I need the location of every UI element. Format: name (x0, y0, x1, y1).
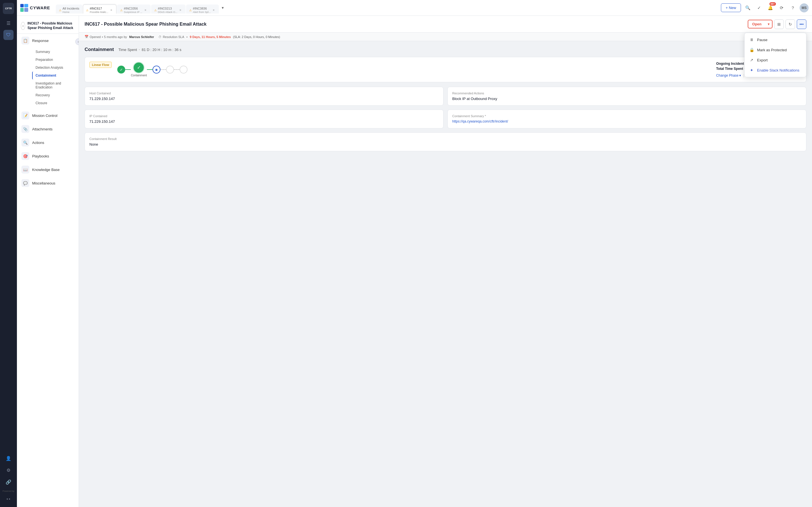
flow-node-1-wrap: ✓ (117, 66, 125, 73)
nav-response[interactable]: 📋 Response (17, 34, 79, 47)
tasks-button[interactable]: ✓ (755, 3, 763, 12)
nav-sidebar: ‹ INC617 - Possible Malicious Spear Phis… (17, 16, 79, 507)
lock-icon: 🔒 (749, 48, 754, 52)
nav-investigation[interactable]: Investigation and Eradication (32, 79, 77, 91)
sla-value: 9 Days, 11 Hours, 5 Minutes (190, 35, 231, 39)
nav-recovery[interactable]: Recovery (32, 91, 77, 99)
refresh-button[interactable]: ↻ (785, 19, 795, 29)
nav-playbooks-label: Playbooks (32, 154, 49, 158)
tab-warning-icon: ⚠ (59, 9, 61, 12)
sla-meta: ⏱ Resolution SLA • 9 Days, 11 Hours, 5 M… (158, 35, 280, 39)
sidebar-user-icon[interactable]: 👤 (3, 453, 13, 463)
notifications-button[interactable]: 🔔 99+ (766, 3, 775, 12)
tab-inc617-close[interactable]: ✕ (109, 8, 113, 12)
nav-knowledge-base-label: Knowledge Base (32, 168, 60, 172)
flow-node-label: Containment (131, 74, 147, 77)
flow-node-3: ◉ (153, 66, 160, 73)
dropdown-pause[interactable]: ⏸ Pause (745, 35, 806, 45)
nav-response-label: Response (32, 39, 49, 43)
flow-node-5 (180, 66, 188, 73)
grid-view-button[interactable]: ⊞ (774, 19, 784, 29)
tab-inc0213[interactable]: ⚠ #INC0213DDoS Attack O... ✕ (151, 4, 186, 13)
svg-rect-0 (20, 4, 24, 7)
nav-mission-control[interactable]: 📝 Mission Control (17, 109, 79, 122)
knowledge-base-icon: 📖 (21, 166, 29, 173)
svg-rect-3 (24, 8, 28, 12)
tab-all-incidents[interactable]: ⚠ All IncidentsHome (56, 4, 82, 13)
nav-playbooks[interactable]: 🎯 Playbooks (17, 149, 79, 163)
user-avatar[interactable]: MS (800, 3, 809, 12)
open-status-button[interactable]: Open (748, 20, 765, 29)
sidebar-incident-title: INC617 - Possible Malicious Spear Phishi… (28, 21, 75, 30)
ip-contained-value: 71.229.150.147 (89, 119, 439, 124)
nav-section-response: 📋 Response Summary Preparation Detection… (17, 34, 79, 108)
nav-knowledge-base[interactable]: 📖 Knowledge Base (17, 163, 79, 176)
nav-summary[interactable]: Summary (32, 48, 77, 56)
card-containment-summary: Containment Summary * https://qa.cywareq… (448, 110, 806, 128)
sidebar-external-icon[interactable]: 🔗 (3, 477, 13, 487)
page-header: INC617 - Possible Malicious Spear Phishi… (79, 16, 812, 33)
tab-inc0213-label: #INC0213DDoS Attack O... (158, 7, 177, 13)
open-status-caret[interactable]: ▾ (765, 20, 772, 29)
brand-logo: CYWARE (20, 4, 50, 12)
tab-inc3356-close[interactable]: ✕ (144, 8, 147, 12)
tab-inc0213-close[interactable]: ✕ (179, 8, 183, 12)
nav-containment[interactable]: Containment (32, 71, 77, 79)
change-phase-link[interactable]: Change Phase ▾ (716, 73, 741, 77)
sidebar-menu-icon[interactable]: ☰ (3, 18, 13, 28)
flow-box: Linear Flow ✓ ✓ Containment (85, 57, 806, 82)
nav-preparation[interactable]: Preparation (32, 56, 77, 64)
meta-bar: 📅 Opened • 5 months ago by Marcus Schlei… (79, 33, 812, 41)
open-status-group: Open ▾ (748, 20, 772, 29)
tab-inc3836[interactable]: ⚠ #INC3836Alert from Spl... ✕ (186, 4, 219, 13)
tab-inc0213-warning-icon: ⚠ (154, 9, 157, 12)
mark-protected-label: Mark as Protected (757, 48, 787, 52)
tab-inc3356[interactable]: ⚠ #INC3356Suspicious IP ... ✕ (117, 4, 150, 13)
tab-inc3356-warning-icon: ⚠ (120, 9, 123, 12)
nav-miscellaneous[interactable]: 💬 Miscellaneous (17, 176, 79, 190)
dropdown-export[interactable]: ↗ Export (745, 55, 806, 65)
back-button[interactable]: ‹ (21, 22, 25, 30)
dropdown-slack[interactable]: ✦ Enable Slack Notifications (745, 65, 806, 75)
search-button[interactable]: 🔍 (743, 3, 752, 12)
recommended-actions-value: Block IP at Outbound Proxy (452, 97, 802, 101)
top-bar-actions: + New 🔍 ✓ 🔔 99+ ⟳ ? MS (721, 3, 809, 12)
export-icon: ↗ (749, 58, 754, 62)
sla-label: Resolution SLA (163, 35, 184, 39)
nav-detection-analysis[interactable]: Detection Analysis (32, 64, 77, 71)
miscellaneous-icon: 💬 (21, 179, 29, 187)
sidebar-brand-bottom-icon[interactable]: ✦✦ (3, 494, 13, 504)
dropdown-menu: ⏸ Pause 🔒 Mark as Protected ↗ Export ✦ E… (744, 33, 806, 77)
loading-button[interactable]: ⟳ (777, 3, 786, 12)
notification-badge: 99+ (769, 2, 776, 6)
app-logo[interactable]: CFTR (3, 3, 14, 14)
slack-label: Enable Slack Notifications (757, 68, 799, 72)
dropdown-mark-protected[interactable]: 🔒 Mark as Protected (745, 45, 806, 55)
tab-inc617[interactable]: ⚠ #INC617Possible Malic... ✕ (83, 4, 116, 13)
nav-attachments[interactable]: 📎 Attachments (17, 122, 79, 136)
sidebar-home-icon[interactable]: 🛡 (3, 30, 13, 40)
flow-connector-3 (160, 69, 166, 70)
flow-diagram: ✓ ✓ Containment ◉ (117, 62, 188, 77)
export-label: Export (757, 58, 768, 62)
flow-node-2-wrap: ✓ Containment (131, 62, 147, 77)
tab-inc3836-close[interactable]: ✕ (212, 8, 216, 12)
help-button[interactable]: ? (788, 3, 797, 12)
sla-dot: • (186, 35, 188, 39)
sidebar-settings-icon[interactable]: ⚙ (3, 465, 13, 475)
opened-label: Opened (90, 35, 101, 39)
containment-summary-value: https://qa.cywareqa.com/cftr/incident/ (452, 119, 802, 123)
nav-closure[interactable]: Closure (32, 99, 77, 107)
flow-diagram-wrap: ✓ ✓ Containment ◉ (117, 62, 188, 77)
actions-icon: 🔍 (21, 138, 29, 147)
new-button[interactable]: + New (721, 3, 741, 12)
playbooks-icon: 🎯 (21, 152, 29, 160)
more-options-button[interactable]: ••• (797, 19, 806, 29)
tabs-area: ⚠ All IncidentsHome ⚠ #INC617Possible Ma… (56, 2, 719, 13)
tabs-more-button[interactable]: ▼ (219, 5, 226, 11)
tab-inc617-warning-icon: ⚠ (86, 9, 89, 12)
dark-sidebar: CFTR ☰ 🛡 👤 ⚙ 🔗 Powered by ✦✦ (0, 0, 17, 507)
ip-contained-label: IP Contained (89, 114, 439, 118)
header-actions: Open ▾ ⊞ ↻ ••• (748, 19, 806, 29)
nav-actions[interactable]: 🔍 Actions (17, 136, 79, 149)
